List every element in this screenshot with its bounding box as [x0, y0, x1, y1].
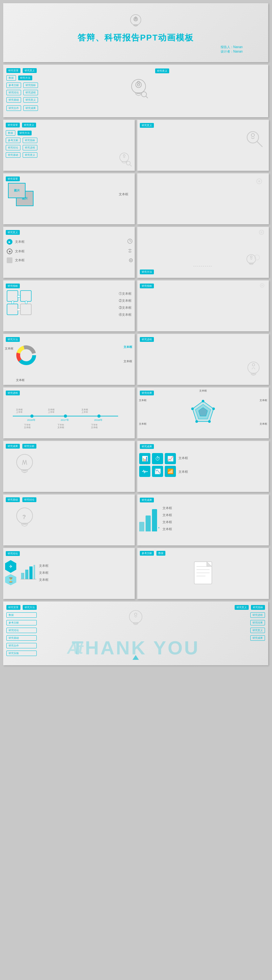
slide-9-left-content: 研究成果 研究分析 [3, 441, 135, 492]
icon-box-2: ⏱ [152, 453, 163, 464]
thankyou-tag-prog[interactable]: 研究进程 [250, 612, 265, 618]
thankyou-tag-ach[interactable]: 研究成果 [250, 635, 265, 641]
slide-3-magnifier [245, 129, 264, 150]
slide-4-left-content: 研究背景 图片 图片 文本框 [3, 173, 135, 224]
tag-s8-right-result[interactable]: 研究结果 [140, 391, 154, 395]
thankyou-tag-result[interactable]: 研究结果 [250, 620, 265, 625]
radar-text-right-top: 文本框 [259, 399, 267, 402]
puzzle-text-items: ①文本框 ②文本框 ③文本框 ④文本框 [119, 291, 131, 317]
bar-1 [139, 522, 144, 531]
tag-s10-conclusion[interactable]: 研究结论 [22, 497, 37, 502]
bar-text-4: 文本框 [163, 527, 172, 531]
hex-row: ✈ ⏳ 文本框 [5, 560, 133, 585]
list-text-1: 文本框 [15, 240, 25, 244]
thankyou-tag-ind[interactable]: 研究指标 [251, 605, 265, 610]
svg-rect-88 [34, 565, 35, 579]
tag-research-background[interactable]: 研究背景 [6, 68, 21, 73]
tag-s3-data[interactable]: 数据 [6, 130, 15, 136]
thankyou-tag-conc[interactable]: 研究结论 [6, 628, 37, 633]
slide-8-left-content: 研究进程 2016年 2017年 2018年 [3, 387, 135, 438]
tag-s8-prog[interactable]: 研究进程 [6, 391, 20, 395]
thankyou-tag-exp[interactable]: 研究实验 [6, 651, 37, 656]
bar-text-labels: 文本框 文本框 文本框 文本框 [163, 506, 172, 531]
tag-s5-sig[interactable]: 研究意义 [6, 230, 20, 235]
slide-4-left: 研究背景 图片 图片 文本框 [3, 173, 135, 224]
tag-s3-method[interactable]: 研究方法 [18, 130, 32, 135]
tag-s3-sig2[interactable]: 研究意义 [23, 152, 37, 158]
tag-research-achievement[interactable]: 研究成果 [23, 105, 38, 111]
thankyou-tag-sig[interactable]: 研究意义 [235, 605, 249, 610]
tags-grid-left: 研究背景 研究意义 数据 研究方法 参考文献 研究指标 研究结论 研究进程 研究… [6, 67, 123, 111]
tag-research-cooperation[interactable]: 研究合作 [6, 105, 21, 111]
tag-s3-prog[interactable]: 研究进程 [23, 145, 37, 150]
tag-research-progress[interactable]: 研究进程 [23, 90, 38, 95]
tag-references[interactable]: 参考文献 [6, 83, 21, 88]
slide-5-left-content: 研究意义 ▶ 文本框 [3, 227, 135, 278]
tag-research-foundation-2[interactable]: 研究基础 [6, 97, 21, 103]
tag-research-significance-right[interactable]: 研究意义 [155, 68, 169, 73]
tag-s3-indicator[interactable]: 研究指标 [23, 138, 37, 143]
svg-point-98 [134, 613, 137, 616]
img-box-1: 图片 [8, 183, 26, 198]
thankyou-tag-coop[interactable]: 研究合作 [6, 643, 37, 648]
tags-row-3: 参考文献 研究指标 [6, 82, 123, 89]
tag-s7-method[interactable]: 研究方法 [6, 337, 20, 342]
tag-s7-right-prog[interactable]: 研究进程 [140, 337, 154, 342]
slides-row-3: 研究背景 研究意义 数据 研究方法 参考文献 研究指标 研究结论 研究进程 研究… [3, 120, 269, 171]
tag-s6-indicator[interactable]: 研究指标 [6, 283, 20, 288]
thankyou-bottom-line [126, 655, 145, 663]
tag-s3-conc[interactable]: 研究结论 [6, 145, 21, 150]
tag-research-significance-2[interactable]: 研究意义 [23, 97, 38, 103]
tag-s3-right-sig[interactable]: 研究意义 [140, 123, 154, 128]
thankyou-tag-ref[interactable]: 参考文献 [6, 620, 37, 625]
thankyou-tag-bg[interactable]: 研究背景 [6, 605, 21, 610]
tag-s3-sig[interactable]: 研究意义 [22, 123, 36, 127]
tag-research-method[interactable]: 研究方法 [18, 75, 32, 80]
slide-2-inner: 研究背景 研究意义 数据 研究方法 参考文献 研究指标 研究结论 研究进程 研究… [3, 65, 268, 117]
tag-s3-bg[interactable]: 研究背景 [6, 123, 20, 127]
icon-box-4 [139, 466, 150, 477]
tag-s10-foundation[interactable]: 研究基础 [6, 497, 20, 502]
bulb-sketch-svg [13, 452, 37, 481]
slide-3-tags: 研究背景 研究意义 [5, 122, 133, 128]
svg-text:下半年: 下半年 [58, 424, 64, 426]
thank-you-slide: 研究背景 研究方法 数据 参考文献 研究结论 研究基础 研究合作 研究实验 研究… [3, 601, 268, 665]
right-icon-1 [127, 238, 133, 245]
tag-s11-data[interactable]: 数据 [157, 551, 165, 556]
tag-research-significance[interactable]: 研究意义 [23, 68, 37, 73]
tag-research-indicator[interactable]: 研究指标 [23, 83, 38, 88]
tag-s6-right-ind[interactable]: 研究指标 [140, 283, 154, 288]
donut-label-right-bot: 文本框 [123, 360, 132, 364]
document-illus [193, 560, 214, 587]
thankyou-tag-data[interactable]: 数据 [6, 612, 37, 618]
thankyou-tag-found[interactable]: 研究基础 [6, 635, 37, 641]
icon-box-5: 📉 [152, 466, 163, 477]
tag-s11-conclusion[interactable]: 研究结论 [6, 551, 20, 556]
tag-s9-right-achievement[interactable]: 研究成果 [140, 444, 154, 449]
thankyou-tag-method[interactable]: 研究方法 [23, 605, 37, 610]
donut-label-left: 文本框 [5, 347, 13, 351]
slide-2-right: 研究意义 [155, 67, 266, 115]
tag-research-conclusion[interactable]: 研究结论 [6, 90, 21, 95]
radar-svg [187, 396, 219, 428]
svg-marker-99 [133, 655, 139, 660]
tag-data[interactable]: 数据 [6, 75, 16, 81]
tag-s9-achievement[interactable]: 研究成果 [6, 444, 20, 449]
tag-s3-found[interactable]: 研究基础 [6, 152, 21, 158]
tag-s3-ref[interactable]: 参考文献 [6, 138, 21, 143]
bar-2 [146, 515, 151, 531]
gear-svg-right [258, 228, 266, 236]
thankyou-tag-sig2[interactable]: 研究意义 [250, 628, 265, 633]
tags-row-1: 研究背景 研究意义 [6, 67, 123, 74]
pulse-icon [142, 469, 148, 473]
document-svg [193, 560, 214, 585]
tag-s11-ref[interactable]: 参考文献 [140, 551, 154, 556]
svg-point-42 [261, 285, 263, 286]
tag-s10-right-achievement[interactable]: 研究成果 [140, 498, 154, 503]
timeline-svg: 2016年 2017年 2018年 上半年 文本框 上半年 文本框 上半年 文本… [6, 403, 125, 429]
tag-s4-bg[interactable]: 研究背景 [6, 177, 20, 181]
tag-s5-right-method[interactable]: 研究方法 [140, 269, 154, 274]
tag-s9-analysis[interactable]: 研究分析 [22, 444, 37, 449]
donut-chart [16, 345, 37, 367]
page-wrapper: 答辩、科研报告PPT动画模板 报告人：Nanan 设计者：Nanan 研究背景 … [0, 0, 272, 671]
